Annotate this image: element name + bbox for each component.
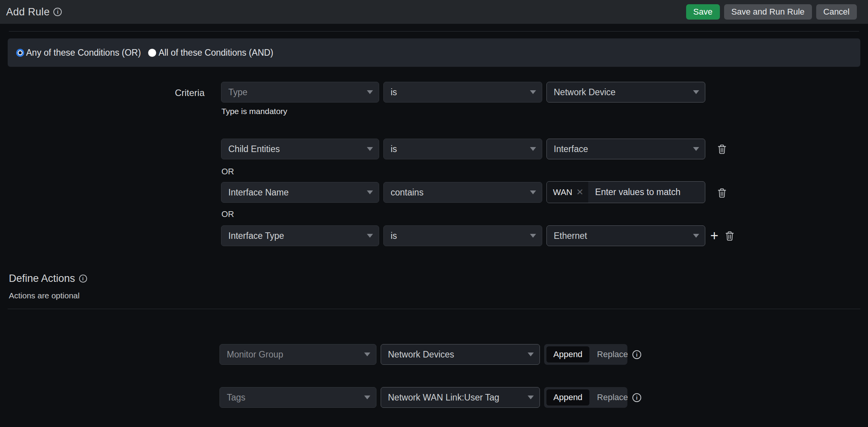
action-row2-value: Network WAN Link:User Tag xyxy=(388,392,499,403)
save-and-run-button[interactable]: Save and Run Rule xyxy=(724,4,812,20)
criteria-row4-field-value: Interface Type xyxy=(228,231,284,241)
chevron-down-icon xyxy=(530,190,536,194)
add-condition-icon[interactable]: + xyxy=(710,229,718,243)
replace-segment[interactable]: Replace xyxy=(589,349,636,359)
replace-segment[interactable]: Replace xyxy=(589,392,636,402)
delete-row2-button[interactable] xyxy=(717,144,727,154)
criteria-row1-value-dropdown[interactable]: Network Device xyxy=(546,82,705,103)
actions-divider xyxy=(8,309,860,309)
criteria-row3-values-input[interactable]: WAN ✕ Enter values to match xyxy=(546,181,705,203)
criteria-row1-operator-value: is xyxy=(391,87,397,98)
or-joiner-2: OR xyxy=(221,209,234,219)
save-button[interactable]: Save xyxy=(686,4,720,20)
criteria-row2-value: Interface xyxy=(554,144,588,154)
values-input-placeholder: Enter values to match xyxy=(595,182,680,203)
action-row2-type-placeholder: Tags xyxy=(227,392,246,403)
radio-any-conditions[interactable] xyxy=(16,49,24,57)
header-divider xyxy=(9,31,859,31)
action-row1-type-dropdown[interactable]: Monitor Group xyxy=(219,344,376,365)
chevron-down-icon xyxy=(528,353,534,356)
criteria-row2-value-dropdown[interactable]: Interface xyxy=(546,139,705,159)
criteria-row1-mandatory-note: Type is mandatory xyxy=(221,107,287,116)
action-row2-type-dropdown[interactable]: Tags xyxy=(219,387,376,408)
chevron-down-icon xyxy=(367,190,373,194)
page-title: Add Rule xyxy=(6,6,50,18)
criteria-row1-field-dropdown[interactable]: Type xyxy=(221,82,379,103)
criteria-row2-operator-value: is xyxy=(391,144,397,154)
trash-icon xyxy=(725,231,734,241)
chevron-down-icon xyxy=(530,234,536,238)
info-icon[interactable]: i xyxy=(79,275,87,283)
append-segment[interactable]: Append xyxy=(546,389,589,405)
delete-row3-button[interactable] xyxy=(717,188,727,198)
criteria-row4-value: Ethernet xyxy=(554,231,587,241)
header-actions: Save Save and Run Rule Cancel xyxy=(686,4,857,20)
define-actions-heading: Define Actions i xyxy=(9,273,87,285)
radio-any-label[interactable]: Any of these Conditions (OR) xyxy=(26,48,141,58)
info-icon[interactable]: i xyxy=(632,393,641,402)
chevron-down-icon xyxy=(364,353,370,356)
value-chip: WAN ✕ xyxy=(547,182,588,203)
criteria-row1-value: Network Device xyxy=(554,87,616,98)
criteria-row4-field-dropdown[interactable]: Interface Type xyxy=(221,225,379,246)
chip-close-icon[interactable]: ✕ xyxy=(576,187,584,197)
actions-optional-note: Actions are optional xyxy=(9,291,79,300)
criteria-row3-operator-value: contains xyxy=(391,187,424,198)
trash-icon xyxy=(717,144,727,154)
chevron-down-icon xyxy=(693,90,699,94)
action-row1-value: Network Devices xyxy=(388,349,454,360)
criteria-row1-field-placeholder: Type xyxy=(228,87,248,98)
criteria-row4-operator-value: is xyxy=(391,231,397,241)
criteria-row3-operator-dropdown[interactable]: contains xyxy=(383,182,542,203)
criteria-row2-operator-dropdown[interactable]: is xyxy=(383,139,542,159)
chevron-down-icon xyxy=(528,396,534,399)
criteria-row3-field-dropdown[interactable]: Interface Name xyxy=(221,182,379,203)
criteria-row4-operator-dropdown[interactable]: is xyxy=(383,225,542,246)
chevron-down-icon xyxy=(367,234,373,238)
action-row2-mode-toggle: Append Replace xyxy=(544,387,627,408)
action-row1-type-placeholder: Monitor Group xyxy=(227,349,283,360)
criteria-row4-value-dropdown[interactable]: Ethernet xyxy=(546,225,705,246)
criteria-row2-field-value: Child Entities xyxy=(228,144,280,154)
chevron-down-icon xyxy=(530,90,536,94)
or-joiner-1: OR xyxy=(221,167,234,177)
chevron-down-icon xyxy=(367,90,373,94)
define-actions-title: Define Actions xyxy=(9,273,75,285)
header-bar: Add Rule i Save Save and Run Rule Cancel xyxy=(0,0,868,24)
info-icon[interactable]: i xyxy=(632,350,641,359)
criteria-row2-field-dropdown[interactable]: Child Entities xyxy=(221,139,379,159)
chevron-down-icon xyxy=(530,147,536,151)
cancel-button[interactable]: Cancel xyxy=(816,4,857,20)
trash-icon xyxy=(717,188,727,198)
chevron-down-icon xyxy=(693,147,699,151)
action-row2-value-dropdown[interactable]: Network WAN Link:User Tag xyxy=(381,387,540,408)
condition-mode-panel: Any of these Conditions (OR) All of thes… xyxy=(8,38,860,67)
chevron-down-icon xyxy=(693,234,699,238)
add-rule-page: Add Rule i Save Save and Run Rule Cancel… xyxy=(0,0,868,427)
info-icon[interactable]: i xyxy=(53,8,62,16)
value-chip-label: WAN xyxy=(553,187,573,197)
radio-all-label[interactable]: All of these Conditions (AND) xyxy=(158,48,273,58)
criteria-row1-operator-dropdown[interactable]: is xyxy=(383,82,542,103)
action-row1-mode-toggle: Append Replace xyxy=(544,344,627,365)
chevron-down-icon xyxy=(364,396,370,399)
chevron-down-icon xyxy=(367,147,373,151)
delete-row4-button[interactable] xyxy=(725,231,734,241)
append-segment[interactable]: Append xyxy=(546,346,589,362)
action-row1-value-dropdown[interactable]: Network Devices xyxy=(381,344,540,365)
criteria-label: Criteria xyxy=(158,88,205,98)
criteria-row3-field-value: Interface Name xyxy=(228,187,289,198)
radio-all-conditions[interactable] xyxy=(148,49,156,57)
